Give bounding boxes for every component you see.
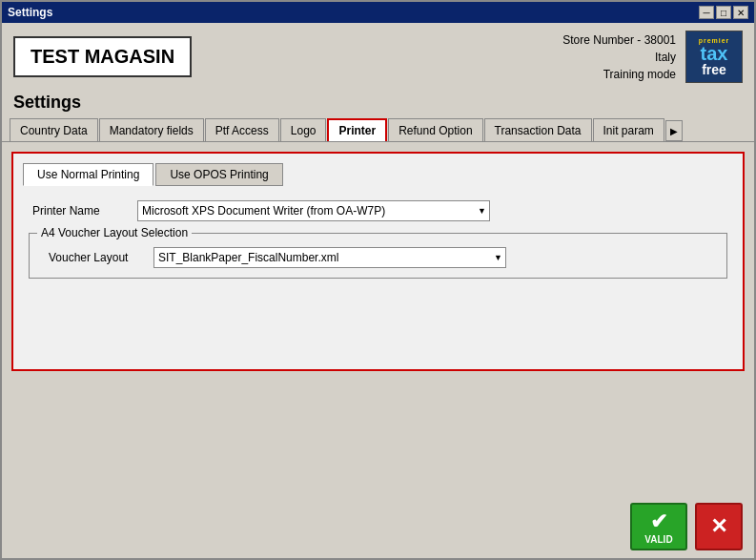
voucher-layout-select-wrapper: SIT_BlankPaper_FiscalNumber.xml (153, 247, 506, 268)
maximize-button[interactable]: □ (716, 6, 731, 19)
page-title: Settings (2, 91, 754, 118)
header-area: TEST MAGASIN Store Number - 38001 Italy … (2, 23, 754, 91)
cancel-icon: ✕ (710, 514, 727, 539)
content-box: Use Normal Printing Use OPOS Printing Pr… (11, 152, 745, 371)
store-number: Store Number - 38001 (562, 31, 676, 49)
valid-button[interactable]: ✔ VALID (630, 503, 687, 550)
group-box-legend: A4 Voucher Layout Selection (37, 226, 192, 239)
tab-logo[interactable]: Logo (280, 118, 327, 141)
voucher-layout-label: Voucher Layout (49, 251, 153, 264)
title-bar: Settings ─ □ ✕ (2, 2, 754, 23)
inner-tab-opos-printing[interactable]: Use OPOS Printing (155, 163, 282, 186)
bottom-bar: ✔ VALID ✕ (2, 495, 754, 558)
tab-ptf-access[interactable]: Ptf Access (205, 118, 279, 141)
minimize-button[interactable]: ─ (699, 6, 714, 19)
inner-tabs: Use Normal Printing Use OPOS Printing (23, 163, 733, 186)
title-bar-text: Settings (8, 6, 52, 19)
main-window: Settings ─ □ ✕ TEST MAGASIN Store Number… (0, 0, 756, 560)
printer-name-label: Printer Name (32, 204, 137, 218)
printer-name-row: Printer Name Microsoft XPS Document Writ… (23, 200, 733, 221)
tab-country-data[interactable]: Country Data (10, 118, 98, 141)
voucher-layout-row: Voucher Layout SIT_BlankPaper_FiscalNumb… (39, 247, 717, 268)
content-area: Use Normal Printing Use OPOS Printing Pr… (2, 142, 754, 495)
tab-refund-option[interactable]: Refund Option (388, 118, 482, 141)
tabs-row: Country Data Mandatory fields Ptf Access… (2, 118, 754, 142)
inner-tab-normal-printing[interactable]: Use Normal Printing (23, 163, 153, 186)
valid-label: VALID (644, 534, 672, 545)
store-name: TEST MAGASIN (13, 36, 192, 77)
logo-free: free (702, 63, 726, 76)
tab-scroll-next[interactable]: ▶ (665, 120, 683, 141)
header-right: Store Number - 38001 Italy Training mode… (562, 31, 743, 83)
store-info: Store Number - 38001 Italy Training mode (562, 31, 676, 83)
training-mode: Training mode (562, 66, 676, 83)
printer-name-select-wrapper: Microsoft XPS Document Writer (from OA-W… (137, 200, 490, 221)
tab-init-param[interactable]: Init param (593, 118, 664, 141)
voucher-group-box: A4 Voucher Layout Selection Voucher Layo… (29, 233, 727, 279)
logo-tax: tax (701, 44, 728, 63)
voucher-layout-select[interactable]: SIT_BlankPaper_FiscalNumber.xml (153, 247, 506, 268)
tab-transaction-data[interactable]: Transaction Data (484, 118, 592, 141)
valid-icon: ✔ (650, 509, 667, 534)
printer-name-select[interactable]: Microsoft XPS Document Writer (from OA-W… (137, 200, 490, 221)
tab-mandatory-fields[interactable]: Mandatory fields (99, 118, 204, 141)
tab-printer[interactable]: Printer (327, 118, 387, 141)
tax-free-logo: premier tax free (685, 31, 743, 83)
close-button[interactable]: ✕ (733, 6, 748, 19)
country: Italy (562, 49, 676, 66)
cancel-button[interactable]: ✕ (695, 503, 743, 550)
title-bar-controls: ─ □ ✕ (699, 6, 748, 19)
